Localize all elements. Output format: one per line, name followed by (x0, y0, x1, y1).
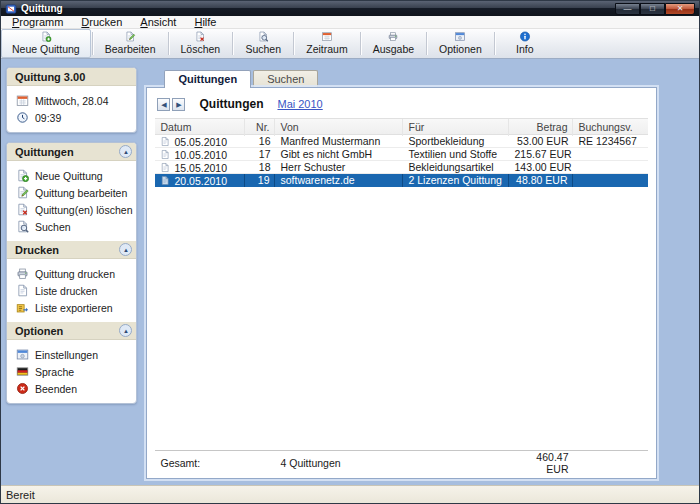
table-row-selected[interactable]: 20.05.2010 19 softwarenetz.de 2 Lizenzen… (155, 174, 648, 187)
cell-buchungsv: RE 1234567 (573, 135, 648, 148)
totals-count: 4 Quittungen (275, 457, 403, 469)
prev-month-button[interactable]: ◀ (157, 98, 170, 111)
totals-sum: 460.47 EUR (509, 451, 573, 475)
sidebar-item-label: Sprache (35, 366, 74, 378)
menu-hilfe[interactable]: Hilfe (185, 16, 225, 29)
cell-nr: 17 (245, 148, 275, 161)
cell-datum: 20.05.2010 (174, 175, 227, 187)
cell-von: Herr Schuster (275, 161, 403, 174)
cell-fuer: 2 Lizenzen Quittung (403, 174, 509, 187)
toolbar-button-label: Löschen (181, 43, 221, 55)
collapse-icon[interactable]: ▲ (119, 324, 132, 337)
col-header-betrag[interactable]: Betrag (509, 119, 573, 136)
collapse-icon[interactable]: ▲ (119, 145, 132, 158)
sidebar-info-header: Quittung 3.00 (7, 68, 136, 86)
clock-icon (16, 111, 29, 124)
sidebar-item-label: Beenden (35, 383, 77, 395)
totals-row: Gesamt: 4 Quittungen 460.47 EUR (155, 450, 648, 474)
receipts-panel: ◀ ▶ Quittungen Mai 2010 Datum Nr. Von Fü… (146, 87, 657, 479)
calendar-icon (16, 94, 29, 107)
table-row[interactable]: 05.05.2010 16 Manfred Mustermann Sportbe… (155, 135, 648, 148)
toolbar-separator (92, 32, 93, 55)
section-title: Quittungen (15, 146, 74, 158)
col-header-von[interactable]: Von (275, 119, 403, 136)
toolbar-neue-quittung-button[interactable]: Neue Quittung (1, 29, 91, 58)
sidebar-item-quittungen-loeschen[interactable]: Quittung(en) löschen (7, 201, 136, 218)
cell-von: Manfred Mustermann (275, 135, 403, 148)
current-date-label: Mittwoch, 28.04 (35, 95, 109, 107)
toolbar-info-button[interactable]: Info (496, 29, 554, 58)
cell-betrag: 143.00 EUR (509, 161, 573, 174)
sidebar-item-sprache[interactable]: Sprache (7, 363, 136, 380)
cell-buchungsv (573, 161, 648, 174)
maximize-button[interactable]: □ (640, 3, 665, 15)
toolbar-loeschen-button[interactable]: Löschen (170, 29, 232, 58)
close-button[interactable]: ✕ (665, 3, 695, 15)
sidebar-item-label: Quittung bearbeiten (35, 187, 127, 199)
col-header-buchungsv[interactable]: Buchungsv. (573, 119, 648, 136)
delete-icon (192, 31, 208, 42)
printer-icon (385, 31, 401, 42)
sidebar-nav-panel: Quittungen ▲ Neue Quittung Quittung bear… (6, 142, 137, 404)
table-row[interactable]: 10.05.2010 17 Gibt es nicht GmbH Textili… (155, 148, 648, 161)
menu-programm[interactable]: Programm (3, 16, 72, 29)
col-header-fuer[interactable]: Für (403, 119, 509, 136)
toolbar-separator (494, 32, 495, 55)
next-month-button[interactable]: ▶ (172, 98, 185, 111)
cell-betrag: 53.00 EUR (509, 135, 573, 148)
cell-datum: 05.05.2010 (174, 136, 227, 148)
menu-ansicht[interactable]: Ansicht (131, 16, 185, 29)
sidebar-section-optionen: Optionen ▲ (7, 322, 136, 340)
tab-suchen[interactable]: Suchen (253, 70, 318, 87)
sidebar-item-liste-exportieren[interactable]: Liste exportieren (7, 299, 136, 316)
export-icon (16, 301, 29, 314)
toolbar-zeitraum-button[interactable]: Zeitraum (295, 29, 358, 58)
calendar-icon (319, 31, 335, 42)
minimize-button[interactable]: — (615, 3, 640, 15)
period-link[interactable]: Mai 2010 (277, 98, 322, 110)
main-area: Quittung 3.00 Mittwoch, 28.04 09:39 Quit… (1, 59, 699, 485)
sidebar: Quittung 3.00 Mittwoch, 28.04 09:39 Quit… (6, 67, 137, 485)
status-text: Bereit (6, 489, 35, 501)
toolbar-optionen-button[interactable]: Optionen (428, 29, 493, 58)
cell-nr: 19 (245, 174, 275, 187)
toolbar-button-label: Optionen (439, 43, 482, 55)
page-icon (160, 149, 170, 160)
sidebar-item-quittung-bearbeiten[interactable]: Quittung bearbeiten (7, 184, 136, 201)
collapse-icon[interactable]: ▲ (119, 243, 132, 256)
col-header-datum[interactable]: Datum (155, 119, 245, 136)
sidebar-item-quittung-drucken[interactable]: Quittung drucken (7, 265, 136, 282)
search-icon (16, 220, 29, 233)
toolbar-separator (426, 32, 427, 55)
title-bar[interactable]: Quittung — □ ✕ (1, 1, 699, 16)
table-row[interactable]: 15.05.2010 18 Herr Schuster Bekleidungsa… (155, 161, 648, 174)
page-icon (160, 162, 170, 173)
totals-label: Gesamt: (155, 457, 245, 469)
content-area: Quittungen Suchen ◀ ▶ Quittungen Mai 201… (146, 59, 657, 479)
cell-von: softwarenetz.de (275, 174, 403, 187)
sidebar-item-liste-drucken[interactable]: Liste drucken (7, 282, 136, 299)
new-receipt-icon (38, 31, 54, 42)
toolbar: Neue Quittung Bearbeiten Löschen Suchen … (1, 29, 699, 59)
menu-drucken[interactable]: Drucken (72, 16, 131, 29)
sidebar-item-label: Neue Quittung (35, 170, 103, 182)
toolbar-separator (293, 32, 294, 55)
sidebar-item-label: Einstellungen (35, 349, 98, 361)
cell-datum: 15.05.2010 (174, 162, 227, 174)
sidebar-item-neue-quittung[interactable]: Neue Quittung (7, 167, 136, 184)
delete-icon (16, 203, 29, 216)
window-title: Quittung (21, 3, 63, 14)
cell-nr: 16 (245, 135, 275, 148)
sidebar-item-label: Quittung(en) löschen (35, 204, 132, 216)
toolbar-suchen-button[interactable]: Suchen (234, 29, 292, 58)
sidebar-item-einstellungen[interactable]: Einstellungen (7, 346, 136, 363)
quit-icon (16, 382, 29, 395)
current-time-label: 09:39 (35, 112, 61, 124)
col-header-nr[interactable]: Nr. (245, 119, 275, 136)
toolbar-ausgabe-button[interactable]: Ausgabe (362, 29, 425, 58)
tab-quittungen[interactable]: Quittungen (164, 70, 251, 88)
toolbar-bearbeiten-button[interactable]: Bearbeiten (94, 29, 167, 58)
sidebar-item-beenden[interactable]: Beenden (7, 380, 136, 397)
sidebar-item-suchen[interactable]: Suchen (7, 218, 136, 235)
cell-datum: 10.05.2010 (174, 149, 227, 161)
